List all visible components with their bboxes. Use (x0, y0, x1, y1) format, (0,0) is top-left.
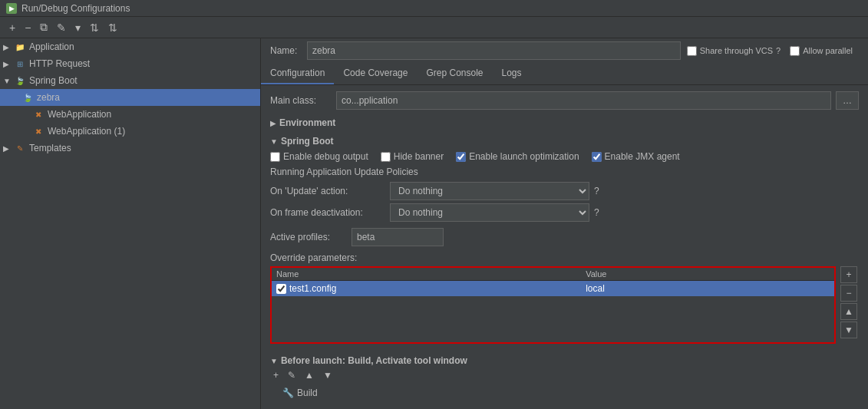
tab-logs[interactable]: Logs (493, 63, 531, 84)
dropdown-config-btn[interactable]: ▾ (72, 20, 84, 35)
before-launch-title: Before launch: Build, Activate tool wind… (281, 355, 467, 366)
on-frame-label: On frame deactivation: (270, 207, 385, 218)
debug-output-label[interactable]: Enable debug output (270, 151, 368, 162)
override-params-section: Override parameters: Name Value (270, 252, 859, 346)
main-class-input[interactable] (336, 91, 831, 110)
env-section-title: Environment (279, 117, 335, 128)
tab-code-coverage[interactable]: Code Coverage (334, 63, 417, 84)
on-frame-select[interactable]: Do nothing Update resources Update class… (390, 203, 589, 222)
allow-parallel-label[interactable]: Allow parallel (790, 46, 853, 56)
params-table: Name Value test (272, 268, 834, 342)
webapp1-icon: ✖ (32, 108, 45, 120)
tree-item-http-request[interactable]: ▶ ⊞ HTTP Request (0, 55, 260, 72)
share-vcs-label[interactable]: Share through VCS ? (687, 46, 781, 56)
spring-boot-header: ▼ Spring Boot (270, 136, 859, 147)
window-title: Run/Debug Configurations (21, 3, 130, 14)
templates-label: Templates (29, 143, 71, 153)
expand-arrow-http[interactable]: ▶ (3, 60, 14, 68)
build-item[interactable]: 🔧 Build (270, 384, 859, 401)
spring-group-label: Spring Boot (29, 75, 78, 86)
before-launch-section: ▼ Before launch: Build, Activate tool wi… (270, 355, 859, 401)
build-label: Build (297, 388, 318, 398)
tabs-bar: Configuration Code Coverage Grep Console… (261, 63, 868, 85)
main-class-row: Main class: … (270, 91, 859, 110)
move-config-btn[interactable]: ⇅ (87, 20, 102, 35)
right-panel: Name: Share through VCS ? Allow parallel… (261, 38, 868, 409)
tree-item-webapp1[interactable]: ✖ WebApplication (0, 106, 260, 123)
add-config-btn[interactable]: + (6, 20, 18, 35)
jmx-text: Enable JMX agent (605, 151, 680, 162)
tree-item-application[interactable]: ▶ 📁 Application (0, 38, 260, 55)
before-launch-down-btn[interactable]: ▼ (320, 369, 335, 381)
launch-opt-checkbox[interactable] (456, 152, 466, 162)
expand-arrow-application[interactable]: ▶ (3, 43, 14, 51)
expand-arrow-spring[interactable]: ▼ (3, 77, 14, 85)
name-field-label: Name: (270, 45, 301, 56)
move-param-up-btn[interactable]: ▲ (840, 303, 857, 320)
on-frame-help-icon[interactable]: ? (594, 207, 599, 218)
main-class-browse-btn[interactable]: … (836, 91, 859, 110)
config-scrollable: Main class: … ▶ Environment ▼ Spring Boo… (261, 85, 868, 409)
name-input[interactable] (307, 41, 681, 60)
copy-config-btn[interactable]: ⧉ (37, 19, 51, 35)
tab-configuration[interactable]: Configuration (261, 63, 334, 84)
param-checkbox-cell: test1.config (276, 283, 576, 294)
env-expand-arrow[interactable]: ▶ (270, 119, 276, 127)
table-row[interactable]: test1.config local (272, 281, 834, 297)
before-launch-edit-btn[interactable]: ✎ (285, 369, 299, 381)
config-content: Main class: … ▶ Environment ▼ Spring Boo… (261, 85, 868, 407)
share-vcs-checkbox[interactable] (687, 46, 697, 56)
allow-parallel-checkbox[interactable] (790, 46, 800, 56)
jmx-label[interactable]: Enable JMX agent (592, 151, 680, 162)
templates-icon: ✎ (14, 142, 26, 154)
on-update-label: On 'Update' action: (270, 186, 385, 196)
tree-item-spring-boot[interactable]: ▼ 🍃 Spring Boot (0, 72, 260, 89)
tree-item-templates[interactable]: ▶ ✎ Templates (0, 140, 260, 157)
left-panel: ▶ 📁 Application ▶ ⊞ HTTP Request ▼ 🍃 Spr… (0, 38, 261, 409)
expand-arrow-templates[interactable]: ▶ (3, 144, 14, 153)
debug-output-checkbox[interactable] (270, 152, 280, 162)
before-launch-tools: + ✎ ▲ ▼ (270, 369, 859, 381)
before-launch-header: ▼ Before launch: Build, Activate tool wi… (270, 355, 859, 366)
running-app-title: Running Application Update Policies (270, 167, 859, 177)
param-value-cell: local (581, 281, 834, 297)
spring-boot-arrow[interactable]: ▼ (270, 137, 278, 146)
profiles-input[interactable] (351, 228, 444, 246)
sort-config-btn[interactable]: ⇅ (105, 20, 120, 35)
tree-item-zebra[interactable]: 🍃 zebra (0, 89, 260, 106)
share-vcs-help-icon[interactable]: ? (776, 46, 781, 55)
side-buttons: + − ▲ ▼ (840, 266, 857, 338)
spring-boot-section-title: Spring Boot (281, 136, 334, 147)
env-section: ▶ Environment (270, 116, 859, 130)
env-header[interactable]: ▶ Environment (270, 116, 859, 130)
empty-row-1 (272, 296, 834, 312)
on-update-help-icon[interactable]: ? (594, 186, 599, 196)
application-group-icon: 📁 (14, 41, 26, 53)
tab-grep-console[interactable]: Grep Console (417, 63, 492, 84)
window-icon: ▶ (6, 3, 17, 14)
on-update-select[interactable]: Do nothing Update resources Update class… (390, 182, 589, 200)
empty-row-3 (272, 327, 834, 342)
application-group-label: Application (29, 41, 74, 52)
debug-output-text: Enable debug output (283, 151, 368, 162)
edit-config-btn[interactable]: ✎ (54, 20, 69, 35)
launch-opt-label[interactable]: Enable launch optimization (456, 151, 579, 162)
hide-banner-checkbox[interactable] (381, 152, 391, 162)
remove-param-btn[interactable]: − (840, 285, 857, 302)
hide-banner-label[interactable]: Hide banner (381, 151, 444, 162)
tree-item-webapp2[interactable]: ✖ WebApplication (1) (0, 123, 260, 140)
title-bar: ▶ Run/Debug Configurations (0, 0, 868, 17)
remove-config-btn[interactable]: − (21, 20, 34, 35)
before-launch-arrow[interactable]: ▼ (270, 357, 278, 365)
param-enabled-checkbox[interactable] (276, 284, 286, 294)
before-launch-up-btn[interactable]: ▲ (302, 369, 317, 381)
http-group-label: HTTP Request (29, 58, 90, 69)
move-param-down-btn[interactable]: ▼ (840, 322, 857, 338)
webapp1-label: WebApplication (48, 109, 111, 120)
before-launch-add-btn[interactable]: + (270, 369, 282, 381)
add-param-btn[interactable]: + (840, 266, 857, 283)
zebra-label: zebra (37, 92, 60, 103)
jmx-checkbox[interactable] (592, 152, 602, 162)
params-table-header: Name Value (272, 268, 834, 281)
build-icon: 🔧 (282, 388, 294, 398)
